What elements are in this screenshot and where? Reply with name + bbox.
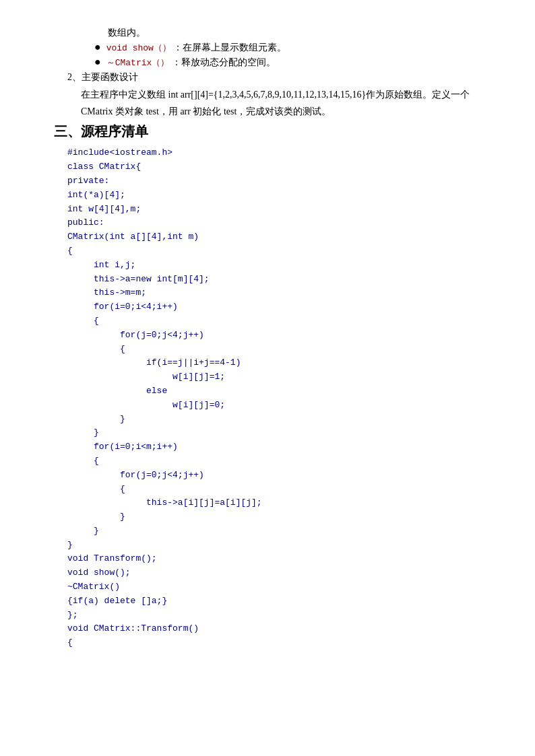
- code-line-9: this->a=new int[m][4];: [67, 273, 481, 287]
- code-line-14: {: [67, 343, 481, 357]
- code-line-20: }: [67, 426, 481, 440]
- code-line-29: void Transform();: [67, 552, 481, 566]
- code-line-7: {: [67, 244, 481, 259]
- code-line-19: }: [67, 413, 481, 427]
- code-line-32: {if(a) delete []a;}: [67, 594, 481, 609]
- code-block: #include<iostream.h> class CMatrix{ priv…: [67, 146, 481, 650]
- code-line-11: for(i=0;i<4;i++): [67, 300, 481, 314]
- code-line-4: int w[4][4],m;: [67, 203, 481, 217]
- code-line-10: this->m=m;: [67, 286, 481, 300]
- bullet-item-1: ● void show（） ：在屏幕上显示数组元素。: [94, 42, 481, 54]
- code-line-21: for(i=0;i<m;i++): [67, 440, 481, 454]
- code-line-16: w[i][j]=1;: [67, 370, 481, 384]
- code-line-34: void CMatrix::Transform(): [67, 622, 481, 636]
- code-line-25: this->a[i][j]=a[i][j];: [67, 496, 481, 510]
- bullet-2-desc: ：释放动态分配的空间。: [172, 57, 276, 67]
- bullet-item-1-text: void show（） ：在屏幕上显示数组元素。: [106, 42, 287, 54]
- code-line-22: {: [67, 454, 481, 469]
- code-line-28: }: [67, 539, 481, 553]
- code-line-30: void show();: [67, 566, 481, 580]
- code-line-35: {: [67, 636, 481, 650]
- code-line-18: w[i][j]=0;: [67, 399, 481, 413]
- bullet-dot-1: ●: [94, 42, 101, 53]
- code-line-33: };: [67, 609, 481, 623]
- section2-body: 在主程序中定义数组 int arr[][4]={1,2,3,4,5,6,7,8,…: [81, 86, 481, 120]
- bullet-dot-2: ●: [94, 57, 101, 67]
- bullet-1-desc: ：在屏幕上显示数组元素。: [173, 42, 286, 53]
- bullet-item-2: ● ～CMatrix（） ：释放动态分配的空间。: [94, 57, 481, 69]
- section3-heading: 三、源程序清单: [54, 123, 481, 141]
- section2-num: 2、主要函数设计: [67, 71, 481, 83]
- code-line-12: {: [67, 314, 481, 329]
- code-line-17: else: [67, 384, 481, 399]
- code-line-26: }: [67, 510, 481, 524]
- code-line-1: class CMatrix{: [67, 160, 481, 174]
- bullet-list: ● void show（） ：在屏幕上显示数组元素。 ● ～CMatrix（） …: [94, 42, 481, 69]
- code-line-13: for(j=0;j<4;j++): [67, 329, 481, 343]
- top-text: 数组内。: [108, 27, 481, 39]
- code-line-3: int(*a)[4];: [67, 188, 481, 203]
- code-line-0: #include<iostream.h>: [67, 146, 481, 160]
- code-line-24: {: [67, 483, 481, 497]
- code-line-31: ~CMatrix(): [67, 580, 481, 594]
- bullet-item-2-text: ～CMatrix（） ：释放动态分配的空间。: [106, 57, 276, 69]
- code-line-6: CMatrix(int a[][4],int m): [67, 230, 481, 244]
- code-line-27: }: [67, 524, 481, 539]
- code-line-15: if(i==j||i+j==4-1): [67, 356, 481, 370]
- code-line-23: for(j=0;j<4;j++): [67, 469, 481, 483]
- bullet-2-code: ～CMatrix（）: [106, 58, 170, 68]
- code-line-5: public:: [67, 216, 481, 230]
- code-line-2: private:: [67, 174, 481, 188]
- code-line-8: int i,j;: [67, 259, 481, 273]
- bullet-1-code: void show（）: [106, 43, 171, 53]
